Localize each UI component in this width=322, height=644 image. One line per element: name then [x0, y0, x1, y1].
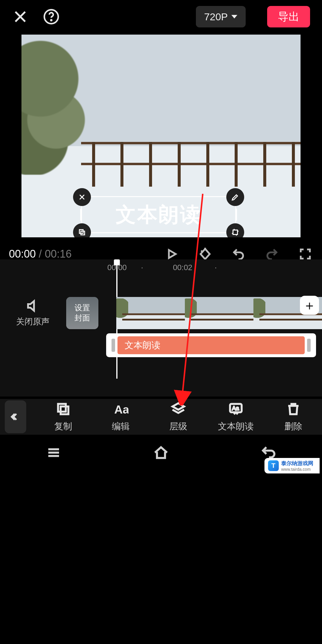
toolbar-back-button[interactable] — [5, 400, 26, 433]
preview-scene-deck — [81, 142, 301, 202]
timeline-ruler: 00:00 · 00:02 · — [0, 259, 322, 274]
video-preview[interactable]: 文本朗读 — [21, 35, 301, 237]
clip-handle-right[interactable] — [307, 339, 311, 352]
add-clip-button[interactable]: ＋ — [300, 296, 319, 315]
svg-rect-4 — [233, 230, 238, 235]
clip-handle-left[interactable] — [112, 339, 115, 352]
nav-menu-icon[interactable] — [46, 445, 62, 462]
resolution-selector[interactable]: 720P — [196, 6, 246, 27]
time-current: 00:00 — [9, 248, 36, 260]
time-duration: 00:16 — [45, 248, 72, 260]
resolution-label: 720P — [204, 11, 228, 23]
tool-tts[interactable]: Aa 文本朗读 — [207, 401, 264, 433]
svg-point-1 — [51, 20, 52, 21]
ruler-mark: 00:02 — [173, 263, 192, 272]
overlay-text: 文本朗读 — [116, 201, 202, 228]
top-bar: 720P 导出 — [0, 0, 322, 33]
svg-rect-6 — [61, 406, 69, 414]
bottom-toolbar: 复制 Aa 编辑 层级 Aa 文本朗读 删除 — [0, 399, 322, 435]
overlay-copy-handle[interactable] — [73, 223, 91, 237]
text-overlay-box[interactable]: 文本朗读 — [81, 196, 236, 233]
help-icon[interactable] — [43, 8, 60, 25]
clip-thumb — [185, 297, 253, 329]
text-clip-label: 文本朗读 — [125, 339, 160, 352]
mute-original-audio[interactable]: 关闭原声 — [0, 299, 66, 327]
video-track-row: 关闭原声 设置 封面 ＋ — [0, 295, 322, 331]
tool-edit[interactable]: Aa 编辑 — [92, 401, 150, 433]
nav-home-icon[interactable] — [153, 445, 169, 462]
tool-copy[interactable]: 复制 — [35, 401, 92, 433]
watermark-logo — [268, 460, 279, 471]
svg-rect-5 — [58, 404, 66, 411]
text-track-clip[interactable]: 文本朗读 — [106, 333, 316, 357]
resize-handle-left[interactable] — [80, 209, 82, 221]
clip-thumb — [116, 297, 185, 329]
resize-handle-right[interactable] — [235, 209, 237, 221]
overlay-rotate-handle[interactable] — [226, 223, 244, 237]
overlay-delete-handle[interactable] — [73, 188, 91, 206]
chevron-down-icon — [231, 15, 237, 18]
timecode: 00:00 / 00:16 — [9, 248, 72, 260]
export-button[interactable]: 导出 — [267, 6, 310, 27]
close-icon[interactable] — [12, 8, 29, 25]
tool-layer[interactable]: 层级 — [150, 401, 207, 433]
tool-delete[interactable]: 删除 — [264, 401, 322, 433]
overlay-edit-handle[interactable] — [226, 188, 244, 206]
svg-text:Aa: Aa — [232, 405, 239, 411]
set-cover-chip[interactable]: 设置 封面 — [66, 297, 98, 329]
preview-scene-tree — [21, 38, 87, 175]
svg-text:Aa: Aa — [114, 403, 129, 416]
video-clip-strip[interactable]: ＋ — [116, 297, 322, 329]
timeline[interactable]: 00:00 · 00:02 · 关闭原声 设置 封面 ＋ 文本朗读 — [0, 259, 322, 397]
watermark: 泰尔纳游戏网 www.tairda.com — [264, 458, 320, 473]
